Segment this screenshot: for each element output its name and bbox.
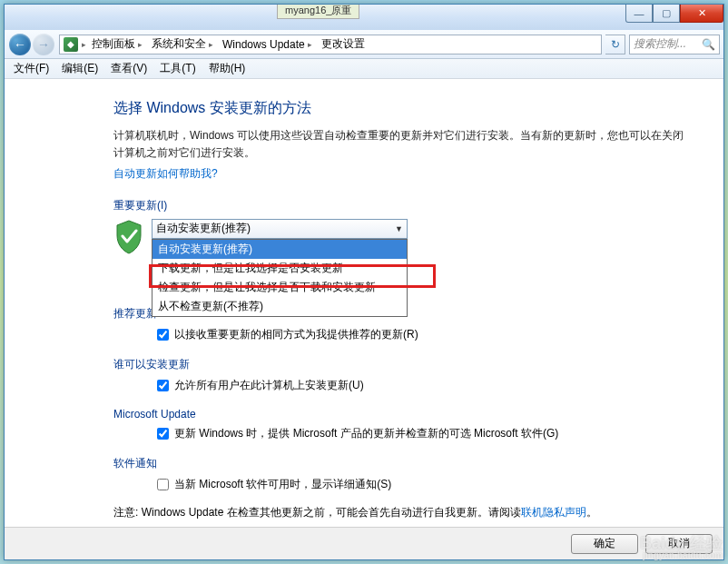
maximize-button[interactable]: ▢: [653, 5, 680, 23]
help-link[interactable]: 自动更新如何帮助我?: [113, 167, 218, 180]
note-suffix: 。: [586, 506, 597, 519]
chevron-down-icon: ▼: [395, 224, 403, 233]
who-check-row: 允许所有用户在此计算机上安装更新(U): [157, 378, 687, 393]
msupdate-check-label: 更新 Windows 时，提供 Microsoft 产品的更新并检查新的可选 M…: [174, 426, 558, 441]
breadcrumb-item[interactable]: 系统和安全▸: [148, 36, 217, 52]
description: 计算机联机时，Windows 可以使用这些设置自动检查重要的更新并对它们进行安装…: [113, 127, 687, 162]
nav-buttons: ← →: [8, 34, 55, 55]
combo-option[interactable]: 检查更新，但是让我选择是否下载和安装更新: [152, 278, 407, 297]
search-icon: 🔍: [702, 38, 715, 51]
window: myang16_原重 — ▢ ✕ ← → ◆ ▸ 控制面板▸ 系统和安全▸ Wi…: [4, 4, 724, 560]
combo-option[interactable]: 从不检查更新(不推荐): [152, 297, 407, 316]
note-prefix: 注意: Windows Update 在检查其他更新之前，可能会首先自动进行自我…: [113, 506, 521, 519]
important-update-combo[interactable]: 自动安装更新(推荐) ▼: [152, 219, 408, 239]
menu-edit[interactable]: 编辑(E): [56, 59, 103, 78]
background-window-title: myang16_原重: [277, 4, 359, 19]
window-controls: — ▢ ✕: [625, 5, 723, 23]
combo-option[interactable]: 自动安装更新(推荐): [152, 240, 407, 259]
recommended-checkbox[interactable]: [157, 329, 169, 341]
content: 选择 Windows 安装更新的方法 计算机联机时，Windows 可以使用这些…: [5, 79, 723, 527]
navbar: ← → ◆ ▸ 控制面板▸ 系统和安全▸ Windows Update▸ 更改设…: [5, 30, 723, 59]
menu-help[interactable]: 帮助(H): [203, 59, 251, 78]
who-check-label: 允许所有用户在此计算机上安装更新(U): [174, 378, 364, 393]
chevron-right-icon: ▸: [82, 40, 86, 49]
titlebar: myang16_原重 — ▢ ✕: [5, 5, 723, 30]
section-who: 谁可以安装更新: [113, 357, 687, 372]
notify-check-label: 当新 Microsoft 软件可用时，显示详细通知(S): [174, 477, 391, 492]
back-button[interactable]: ←: [9, 34, 31, 55]
section-important-updates: 重要更新(I): [113, 198, 687, 213]
menu-view[interactable]: 查看(V): [105, 59, 152, 78]
notify-checkbox[interactable]: [157, 479, 169, 490]
combo-selected: 自动安装更新(推荐): [156, 221, 251, 236]
minimize-button[interactable]: —: [625, 5, 653, 23]
refresh-button[interactable]: ↻: [605, 35, 625, 54]
search-input[interactable]: 搜索控制... 🔍: [629, 35, 720, 54]
close-button[interactable]: ✕: [680, 5, 723, 23]
breadcrumb[interactable]: ◆ ▸ 控制面板▸ 系统和安全▸ Windows Update▸ 更改设置: [59, 35, 602, 54]
footer: 确定 取消: [5, 527, 723, 559]
breadcrumb-item[interactable]: Windows Update▸: [219, 38, 316, 51]
breadcrumb-item[interactable]: 控制面板▸: [88, 36, 146, 52]
important-dropdown-row: 自动安装更新(推荐) ▼ 自动安装更新(推荐) 下载更新，但是让我选择是否安装更…: [113, 219, 687, 255]
cancel-button[interactable]: 取消: [645, 534, 713, 554]
forward-button[interactable]: →: [33, 34, 54, 55]
ok-button[interactable]: 确定: [571, 534, 638, 554]
important-update-options: 自动安装更新(推荐) 下载更新，但是让我选择是否安装更新 检查更新，但是让我选择…: [152, 239, 408, 317]
combo-option[interactable]: 下载更新，但是让我选择是否安装更新: [152, 259, 407, 278]
who-checkbox[interactable]: [157, 380, 169, 391]
control-panel-icon: ◆: [64, 37, 78, 52]
menubar: 文件(F) 编辑(E) 查看(V) 工具(T) 帮助(H): [5, 59, 723, 79]
menu-tools[interactable]: 工具(T): [154, 59, 201, 78]
privacy-link[interactable]: 联机隐私声明: [521, 506, 586, 519]
privacy-note: 注意: Windows Update 在检查其他更新之前，可能会首先自动进行自我…: [113, 505, 687, 520]
section-msupdate: Microsoft Update: [113, 408, 687, 421]
breadcrumb-item[interactable]: 更改设置: [318, 36, 369, 52]
page-title: 选择 Windows 安装更新的方法: [113, 99, 687, 118]
msupdate-check-row: 更新 Windows 时，提供 Microsoft 产品的更新并检查新的可选 M…: [157, 426, 687, 441]
recommended-check-label: 以接收重要更新的相同方式为我提供推荐的更新(R): [174, 327, 418, 342]
search-placeholder: 搜索控制...: [634, 36, 686, 52]
recommended-check-row: 以接收重要更新的相同方式为我提供推荐的更新(R): [157, 327, 687, 342]
msupdate-checkbox[interactable]: [157, 428, 169, 440]
notify-check-row: 当新 Microsoft 软件可用时，显示详细通知(S): [157, 477, 687, 492]
shield-icon: [113, 219, 144, 255]
menu-file[interactable]: 文件(F): [8, 59, 54, 78]
section-notify: 软件通知: [113, 456, 687, 471]
